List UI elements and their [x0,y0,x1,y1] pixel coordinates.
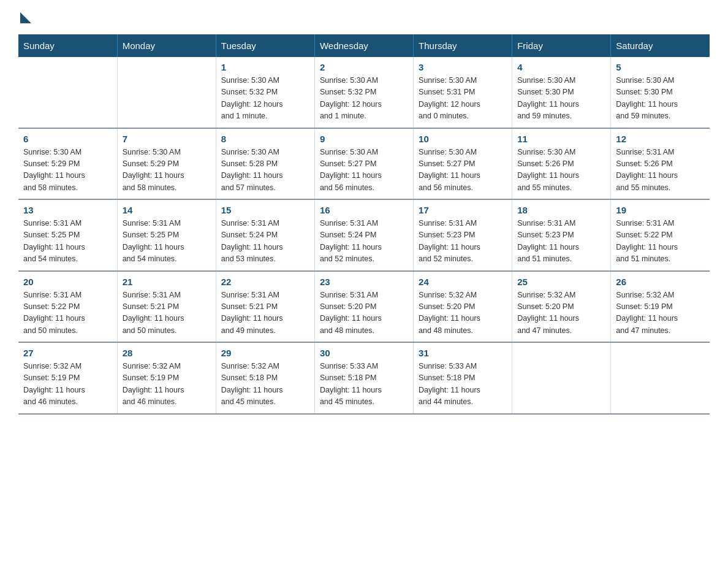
calendar-cell: 29Sunrise: 5:32 AMSunset: 5:18 PMDayligh… [216,342,314,414]
calendar-table: SundayMondayTuesdayWednesdayThursdayFrid… [18,34,710,415]
calendar-cell: 9Sunrise: 5:30 AMSunset: 5:27 PMDaylight… [314,128,413,200]
day-info: Sunrise: 5:32 AMSunset: 5:19 PMDaylight:… [23,361,112,408]
day-number: 5 [616,62,705,72]
day-number: 1 [221,62,309,72]
day-info: Sunrise: 5:32 AMSunset: 5:20 PMDaylight:… [419,289,507,337]
day-number: 24 [419,277,507,287]
week-row-2: 6Sunrise: 5:30 AMSunset: 5:29 PMDaylight… [18,128,710,200]
calendar-cell: 27Sunrise: 5:32 AMSunset: 5:19 PMDayligh… [18,342,117,414]
page-header [18,12,710,22]
calendar-cell: 31Sunrise: 5:33 AMSunset: 5:18 PMDayligh… [414,342,512,414]
day-info: Sunrise: 5:33 AMSunset: 5:18 PMDaylight:… [320,361,408,408]
day-info: Sunrise: 5:31 AMSunset: 5:20 PMDaylight:… [320,289,408,337]
calendar-cell: 7Sunrise: 5:30 AMSunset: 5:29 PMDaylight… [117,128,216,200]
weekday-header-wednesday: Wednesday [314,34,413,57]
day-number: 19 [616,205,705,215]
day-info: Sunrise: 5:31 AMSunset: 5:24 PMDaylight:… [221,218,309,266]
calendar-cell: 30Sunrise: 5:33 AMSunset: 5:18 PMDayligh… [314,342,413,414]
day-number: 12 [616,134,705,144]
week-row-3: 13Sunrise: 5:31 AMSunset: 5:25 PMDayligh… [18,199,710,271]
day-info: Sunrise: 5:32 AMSunset: 5:20 PMDaylight:… [517,289,605,337]
day-number: 11 [517,134,605,144]
calendar-cell: 16Sunrise: 5:31 AMSunset: 5:24 PMDayligh… [314,199,413,271]
day-info: Sunrise: 5:30 AMSunset: 5:32 PMDaylight:… [221,75,309,123]
day-info: Sunrise: 5:30 AMSunset: 5:31 PMDaylight:… [419,75,507,123]
calendar-cell: 6Sunrise: 5:30 AMSunset: 5:29 PMDaylight… [18,128,117,200]
calendar-cell: 12Sunrise: 5:31 AMSunset: 5:26 PMDayligh… [611,128,710,200]
day-number: 31 [419,348,507,358]
day-info: Sunrise: 5:31 AMSunset: 5:23 PMDaylight:… [517,218,605,266]
day-number: 29 [221,348,309,358]
day-info: Sunrise: 5:31 AMSunset: 5:26 PMDaylight:… [616,147,705,194]
calendar-cell: 11Sunrise: 5:30 AMSunset: 5:26 PMDayligh… [512,128,611,200]
week-row-1: 1Sunrise: 5:30 AMSunset: 5:32 PMDaylight… [18,57,710,128]
day-info: Sunrise: 5:32 AMSunset: 5:19 PMDaylight:… [123,361,211,408]
day-number: 15 [221,205,309,215]
day-info: Sunrise: 5:30 AMSunset: 5:26 PMDaylight:… [517,147,605,194]
calendar-cell: 2Sunrise: 5:30 AMSunset: 5:32 PMDaylight… [314,57,413,128]
calendar-cell [18,57,117,128]
day-number: 25 [517,277,605,287]
calendar-cell [611,342,710,414]
day-info: Sunrise: 5:30 AMSunset: 5:28 PMDaylight:… [221,147,309,194]
calendar-cell: 21Sunrise: 5:31 AMSunset: 5:21 PMDayligh… [117,271,216,343]
logo [18,12,36,22]
day-number: 30 [320,348,408,358]
calendar-cell: 15Sunrise: 5:31 AMSunset: 5:24 PMDayligh… [216,199,314,271]
calendar-cell: 24Sunrise: 5:32 AMSunset: 5:20 PMDayligh… [414,271,512,343]
calendar-cell: 1Sunrise: 5:30 AMSunset: 5:32 PMDaylight… [216,57,314,128]
week-row-5: 27Sunrise: 5:32 AMSunset: 5:19 PMDayligh… [18,342,710,414]
calendar-cell: 28Sunrise: 5:32 AMSunset: 5:19 PMDayligh… [117,342,216,414]
day-number: 3 [419,62,507,72]
day-number: 21 [123,277,211,287]
day-info: Sunrise: 5:31 AMSunset: 5:22 PMDaylight:… [23,289,112,337]
day-info: Sunrise: 5:31 AMSunset: 5:25 PMDaylight:… [23,218,112,266]
calendar-cell: 20Sunrise: 5:31 AMSunset: 5:22 PMDayligh… [18,271,117,343]
weekday-header-saturday: Saturday [611,34,710,57]
calendar-cell: 18Sunrise: 5:31 AMSunset: 5:23 PMDayligh… [512,199,611,271]
day-number: 23 [320,277,408,287]
day-number: 8 [221,134,309,144]
day-number: 6 [23,134,112,144]
day-info: Sunrise: 5:32 AMSunset: 5:18 PMDaylight:… [221,361,309,408]
weekday-header-thursday: Thursday [414,34,512,57]
day-info: Sunrise: 5:30 AMSunset: 5:32 PMDaylight:… [320,75,408,123]
day-info: Sunrise: 5:31 AMSunset: 5:23 PMDaylight:… [419,218,507,266]
day-number: 27 [23,348,112,358]
day-number: 28 [123,348,211,358]
day-number: 10 [419,134,507,144]
calendar-cell: 17Sunrise: 5:31 AMSunset: 5:23 PMDayligh… [414,199,512,271]
calendar-cell: 8Sunrise: 5:30 AMSunset: 5:28 PMDaylight… [216,128,314,200]
calendar-cell [512,342,611,414]
day-info: Sunrise: 5:30 AMSunset: 5:30 PMDaylight:… [616,75,705,123]
calendar-cell: 14Sunrise: 5:31 AMSunset: 5:25 PMDayligh… [117,199,216,271]
calendar-cell: 3Sunrise: 5:30 AMSunset: 5:31 PMDaylight… [414,57,512,128]
day-info: Sunrise: 5:31 AMSunset: 5:22 PMDaylight:… [616,218,705,266]
calendar-cell: 25Sunrise: 5:32 AMSunset: 5:20 PMDayligh… [512,271,611,343]
weekday-header-monday: Monday [117,34,216,57]
day-number: 7 [123,134,211,144]
day-info: Sunrise: 5:31 AMSunset: 5:21 PMDaylight:… [123,289,211,337]
day-number: 14 [123,205,211,215]
day-info: Sunrise: 5:31 AMSunset: 5:21 PMDaylight:… [221,289,309,337]
weekday-header-row: SundayMondayTuesdayWednesdayThursdayFrid… [18,34,710,57]
weekday-header-tuesday: Tuesday [216,34,314,57]
calendar-cell: 22Sunrise: 5:31 AMSunset: 5:21 PMDayligh… [216,271,314,343]
day-info: Sunrise: 5:30 AMSunset: 5:29 PMDaylight:… [23,147,112,194]
day-number: 16 [320,205,408,215]
day-info: Sunrise: 5:30 AMSunset: 5:27 PMDaylight:… [320,147,408,194]
day-number: 13 [23,205,112,215]
day-number: 17 [419,205,507,215]
calendar-cell: 4Sunrise: 5:30 AMSunset: 5:30 PMDaylight… [512,57,611,128]
weekday-header-friday: Friday [512,34,611,57]
day-info: Sunrise: 5:32 AMSunset: 5:19 PMDaylight:… [616,289,705,337]
day-info: Sunrise: 5:30 AMSunset: 5:27 PMDaylight:… [419,147,507,194]
week-row-4: 20Sunrise: 5:31 AMSunset: 5:22 PMDayligh… [18,271,710,343]
day-number: 22 [221,277,309,287]
day-number: 26 [616,277,705,287]
day-number: 20 [23,277,112,287]
logo-triangle-icon [20,12,31,23]
day-number: 18 [517,205,605,215]
calendar-cell: 13Sunrise: 5:31 AMSunset: 5:25 PMDayligh… [18,199,117,271]
day-info: Sunrise: 5:30 AMSunset: 5:29 PMDaylight:… [123,147,211,194]
